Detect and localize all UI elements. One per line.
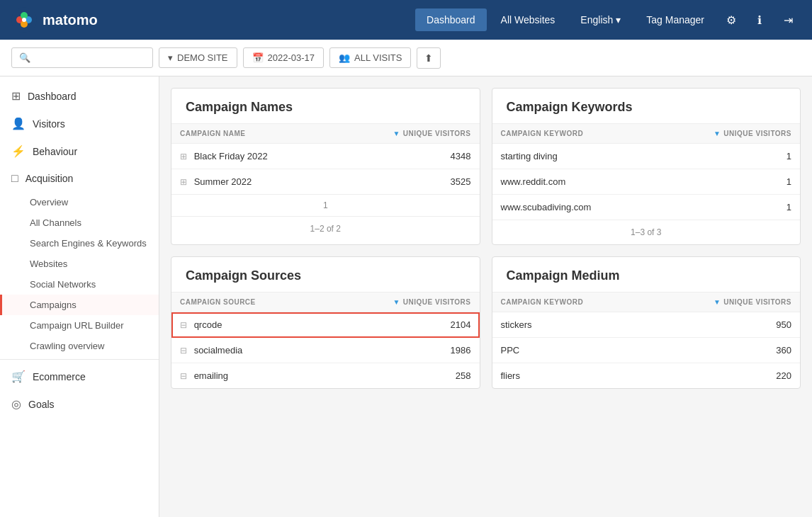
all-websites-nav-link[interactable]: All Websites	[490, 8, 567, 31]
goals-icon: ◎	[11, 397, 21, 411]
sub-nav: 🔍 ▾ DEMO SITE 📅 2022-03-17 👥 ALL VISITS …	[0, 40, 812, 76]
expand-icon[interactable]: ⊟	[180, 371, 187, 381]
language-nav-link[interactable]: English ▾	[569, 8, 632, 31]
sidebar-subitem-campaign-url-builder[interactable]: Campaign URL Builder	[0, 315, 159, 336]
sidebar-section-main: ⊞ Dashboard 👤 Visitors ⚡ Behaviour □ Acq…	[0, 76, 159, 424]
campaign-names-pagination: 1–2 of 2	[171, 216, 480, 241]
campaign-medium-visitors-col-header: ▼UNIQUE VISITORS	[650, 292, 800, 312]
campaign-keywords-card: Campaign Keywords CAMPAIGN KEYWORD ▼UNIQ…	[492, 88, 801, 245]
expand-icon[interactable]: ⊟	[180, 346, 187, 356]
campaign-source-visitors-col-header: ▼UNIQUE VISITORS	[324, 292, 480, 312]
chevron-down-icon: ▾	[168, 52, 173, 63]
demo-site-filter[interactable]: ▾ DEMO SITE	[159, 47, 237, 68]
expand-icon[interactable]: ⊟	[180, 320, 187, 330]
sort-icon: ▼	[714, 298, 721, 306]
table-row: fliers 220	[492, 363, 801, 389]
table-row: ⊞ Black Friday 2022 4348	[171, 144, 480, 169]
visitors-icon: 👤	[11, 117, 26, 130]
table-row: PPC 360	[492, 338, 801, 363]
settings-icon[interactable]: ⚙	[718, 7, 744, 33]
search-icon: 🔍	[19, 52, 30, 63]
info-icon[interactable]: ℹ	[747, 7, 772, 33]
sidebar-subitem-crawling-overview[interactable]: Crawling overview	[0, 336, 159, 356]
campaign-medium-title: Campaign Medium	[492, 257, 801, 292]
sidebar-item-ecommerce[interactable]: 🛒 Ecommerce	[0, 363, 159, 390]
campaign-names-title: Campaign Names	[171, 89, 480, 124]
table-row: starting diving 1	[492, 144, 801, 169]
campaign-name-col-header: CAMPAIGN NAME	[171, 124, 333, 144]
campaign-source-col-header: CAMPAIGN SOURCE	[171, 292, 324, 312]
chevron-down-icon: ▾	[616, 14, 621, 25]
dashboard-icon: ⊞	[11, 89, 21, 103]
table-row-highlighted: ⊟ qrcode 2104	[171, 312, 480, 338]
sort-icon: ▼	[714, 130, 721, 137]
top-nav-links: Dashboard All Websites English ▾ Tag Man…	[415, 7, 801, 33]
campaign-sources-title: Campaign Sources	[171, 257, 480, 292]
visits-filter[interactable]: 👥 ALL VISITS	[329, 47, 411, 68]
campaign-keywords-title: Campaign Keywords	[492, 89, 801, 124]
campaign-sources-table: CAMPAIGN SOURCE ▼UNIQUE VISITORS ⊟ qrcod…	[171, 292, 480, 388]
campaign-medium-table: CAMPAIGN KEYWORD ▼UNIQUE VISITORS sticke…	[492, 292, 801, 388]
tag-manager-nav-link[interactable]: Tag Manager	[635, 8, 716, 31]
main-layout: ⊞ Dashboard 👤 Visitors ⚡ Behaviour □ Acq…	[0, 76, 812, 517]
logout-icon[interactable]: ⇥	[775, 7, 801, 33]
campaign-visitors-col-header: ▼UNIQUE VISITORS	[333, 124, 480, 144]
campaign-keywords-table: CAMPAIGN KEYWORD ▼UNIQUE VISITORS starti…	[492, 124, 801, 220]
behaviour-icon: ⚡	[11, 144, 26, 158]
app-name: matomo	[43, 12, 98, 28]
sidebar-subitem-websites[interactable]: Websites	[0, 254, 159, 274]
sidebar-subitem-overview[interactable]: Overview	[0, 192, 159, 212]
search-input[interactable]	[35, 52, 145, 63]
campaign-keywords-pagination: 1–3 of 3	[492, 220, 801, 244]
sidebar-item-behaviour[interactable]: ⚡ Behaviour	[0, 137, 159, 165]
table-row: ⊟ emailing 258	[171, 363, 480, 389]
page-number: 1	[171, 194, 480, 216]
dashboard-nav-link[interactable]: Dashboard	[415, 8, 487, 31]
calendar-icon: 📅	[252, 52, 264, 63]
sidebar: ⊞ Dashboard 👤 Visitors ⚡ Behaviour □ Acq…	[0, 76, 159, 517]
table-row: www.reddit.com 1	[492, 169, 801, 195]
sidebar-subitem-campaigns[interactable]: Campaigns	[0, 295, 159, 315]
sidebar-item-goals[interactable]: ◎ Goals	[0, 390, 159, 418]
campaign-medium-card: Campaign Medium CAMPAIGN KEYWORD ▼UNIQUE…	[492, 256, 801, 389]
table-row: ⊟ socialmedia 1986	[171, 338, 480, 363]
campaign-names-table: CAMPAIGN NAME ▼UNIQUE VISITORS ⊞ Black F…	[171, 124, 480, 194]
sort-icon: ▼	[393, 130, 400, 137]
expand-icon[interactable]: ⊞	[180, 152, 187, 161]
sort-icon: ▼	[393, 298, 400, 306]
sidebar-subitem-search-engines[interactable]: Search Engines & Keywords	[0, 233, 159, 254]
table-row: stickers 950	[492, 312, 801, 338]
sidebar-subitem-all-channels[interactable]: All Channels	[0, 212, 159, 233]
svg-point-5	[22, 18, 26, 22]
campaign-medium-col-header: CAMPAIGN KEYWORD	[492, 292, 650, 312]
sidebar-item-dashboard[interactable]: ⊞ Dashboard	[0, 82, 159, 110]
logo-area: matomo	[11, 7, 98, 33]
collapse-button[interactable]: ⬆	[417, 47, 441, 69]
content-area: Campaign Names CAMPAIGN NAME ▼UNIQUE VIS…	[159, 76, 812, 517]
expand-icon[interactable]: ⊞	[180, 177, 187, 187]
sidebar-subitem-social-networks[interactable]: Social Networks	[0, 274, 159, 295]
top-nav: matomo Dashboard All Websites English ▾ …	[0, 0, 812, 40]
acquisition-icon: □	[11, 172, 18, 185]
campaign-names-card: Campaign Names CAMPAIGN NAME ▼UNIQUE VIS…	[171, 88, 480, 245]
date-filter[interactable]: 📅 2022-03-17	[243, 47, 325, 68]
search-box[interactable]: 🔍	[11, 47, 153, 68]
sidebar-item-acquisition[interactable]: □ Acquisition	[0, 165, 159, 192]
table-row: www.scubadiving.com 1	[492, 195, 801, 220]
campaign-keyword-visitors-col-header: ▼UNIQUE VISITORS	[655, 124, 800, 144]
campaign-keyword-col-header: CAMPAIGN KEYWORD	[492, 124, 656, 144]
sidebar-divider	[0, 359, 159, 360]
table-row: ⊞ Summer 2022 3525	[171, 169, 480, 195]
campaign-sources-card: Campaign Sources CAMPAIGN SOURCE ▼UNIQUE…	[171, 256, 480, 389]
ecommerce-icon: 🛒	[11, 370, 26, 383]
matomo-logo-icon	[11, 7, 37, 33]
people-icon: 👥	[339, 52, 350, 63]
sidebar-item-visitors[interactable]: 👤 Visitors	[0, 110, 159, 137]
